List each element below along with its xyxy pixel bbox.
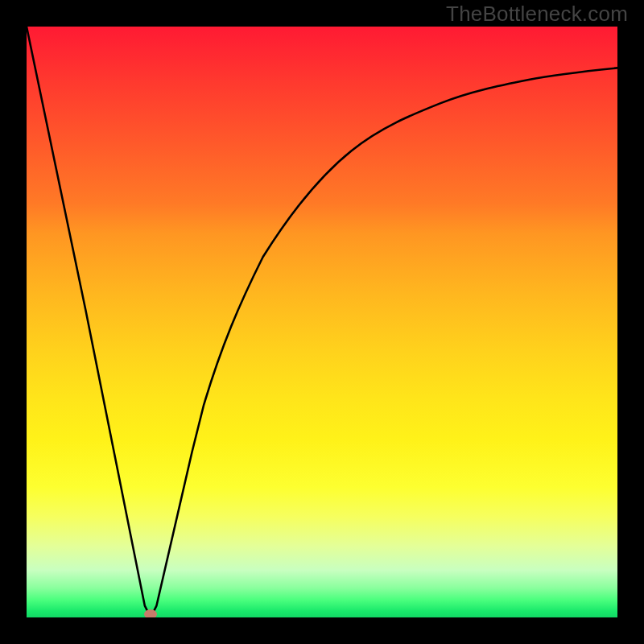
optimal-marker (144, 609, 157, 617)
curve-path (27, 27, 617, 617)
watermark-text: TheBottleneck.com (446, 2, 628, 27)
chart-container: TheBottleneck.com (0, 0, 644, 644)
plot-area (27, 27, 617, 617)
bottleneck-curve (27, 27, 617, 617)
